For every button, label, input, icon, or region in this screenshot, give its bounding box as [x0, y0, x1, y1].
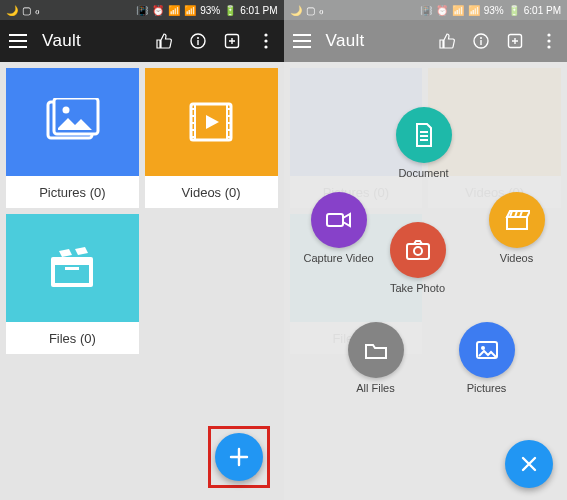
menu-all-files[interactable]: All Files: [348, 322, 404, 394]
svg-point-5: [264, 39, 267, 42]
fab-add[interactable]: [215, 433, 263, 481]
tile-videos-label: Videos (0): [145, 176, 278, 208]
info-icon: [471, 31, 491, 51]
battery-icon: 🔋: [508, 5, 520, 16]
tile-pictures-label: Pictures (0): [6, 176, 139, 208]
menu-take-photo[interactable]: Take Photo: [390, 222, 446, 294]
battery-text: 93%: [200, 5, 220, 16]
screen-vault-add-menu: 🌙 ▢ ℴ 📳 ⏰ 📶 📶 93% 🔋 6:01 PM Vault Pictur…: [284, 0, 568, 500]
svg-rect-2: [197, 40, 198, 45]
screen-vault-home: 🌙 ▢ ℴ 📳 ⏰ 📶 📶 93% 🔋 6:01 PM Vault: [0, 0, 284, 500]
battery-icon: 🔋: [224, 5, 236, 16]
menu-videos[interactable]: Videos: [489, 192, 545, 264]
svg-point-17: [480, 37, 482, 39]
menu-document-label: Document: [398, 167, 448, 179]
svg-point-26: [414, 247, 422, 255]
image-icon: [459, 322, 515, 378]
alarm-icon: ⏰: [436, 5, 448, 16]
add-box-icon[interactable]: [222, 31, 242, 51]
flame-icon: ℴ: [35, 5, 40, 16]
square-icon: ▢: [22, 5, 31, 16]
fab-wrap: [505, 440, 553, 488]
svg-rect-15: [65, 267, 79, 270]
app-title: Vault: [326, 31, 424, 51]
svg-point-4: [264, 33, 267, 36]
camera-icon: [390, 222, 446, 278]
time-text: 6:01 PM: [524, 5, 561, 16]
moon-icon: 🌙: [6, 5, 18, 16]
menu-take-photo-label: Take Photo: [390, 282, 445, 294]
svg-point-22: [547, 45, 550, 48]
menu-all-files-label: All Files: [356, 382, 395, 394]
fab-close[interactable]: [505, 440, 553, 488]
menu-pictures[interactable]: Pictures: [459, 322, 515, 394]
signal-icon: 📶: [468, 5, 480, 16]
vibrate-icon: 📳: [136, 5, 148, 16]
svg-point-21: [547, 39, 550, 42]
files-icon: [6, 214, 139, 322]
wifi-icon: 📶: [168, 5, 180, 16]
tile-files-label: Files (0): [6, 322, 139, 354]
svg-point-9: [63, 107, 70, 114]
svg-rect-13: [51, 257, 93, 265]
wifi-icon: 📶: [452, 5, 464, 16]
menu-videos-label: Videos: [500, 252, 533, 264]
folder-icon: [348, 322, 404, 378]
content-grid-area: Pictures (0) Videos (0) Files (0) Docume…: [284, 62, 568, 500]
app-bar: Vault: [284, 20, 568, 62]
svg-point-1: [197, 37, 199, 39]
status-bar: 🌙 ▢ ℴ 📳 ⏰ 📶 📶 93% 🔋 6:01 PM: [0, 0, 284, 20]
svg-rect-23: [327, 214, 343, 226]
square-icon: ▢: [306, 5, 315, 16]
vibrate-icon: 📳: [420, 5, 432, 16]
thumbs-up-icon[interactable]: [154, 31, 174, 51]
svg-rect-24: [507, 217, 527, 229]
svg-point-6: [264, 45, 267, 48]
menu-icon: [292, 31, 312, 51]
app-title: Vault: [42, 31, 140, 51]
menu-document[interactable]: Document: [396, 107, 452, 179]
document-icon: [396, 107, 452, 163]
pictures-icon: [6, 68, 139, 176]
svg-point-28: [481, 346, 485, 350]
battery-text: 93%: [484, 5, 504, 16]
menu-icon[interactable]: [8, 31, 28, 51]
camcorder-icon: [311, 192, 367, 248]
status-bar: 🌙 ▢ ℴ 📳 ⏰ 📶 📶 93% 🔋 6:01 PM: [284, 0, 568, 20]
tile-files[interactable]: Files (0): [6, 214, 139, 354]
videos-icon: [145, 68, 278, 176]
flame-icon: ℴ: [319, 5, 324, 16]
overflow-icon[interactable]: [256, 31, 276, 51]
menu-capture-video[interactable]: Capture Video: [304, 192, 374, 264]
alarm-icon: ⏰: [152, 5, 164, 16]
menu-pictures-label: Pictures: [467, 382, 507, 394]
clapperboard-icon: [489, 192, 545, 248]
fab-highlight-box: [208, 426, 270, 488]
tile-videos[interactable]: Videos (0): [145, 68, 278, 208]
content-grid-area: Pictures (0) Videos (0) Files (0): [0, 62, 284, 500]
moon-icon: 🌙: [290, 5, 302, 16]
time-text: 6:01 PM: [240, 5, 277, 16]
signal-icon: 📶: [184, 5, 196, 16]
info-icon[interactable]: [188, 31, 208, 51]
svg-rect-18: [480, 40, 481, 45]
app-bar: Vault: [0, 20, 284, 62]
svg-point-20: [547, 33, 550, 36]
overflow-icon: [539, 31, 559, 51]
tile-pictures[interactable]: Pictures (0): [6, 68, 139, 208]
thumbs-up-icon: [437, 31, 457, 51]
add-box-icon: [505, 31, 525, 51]
menu-capture-video-label: Capture Video: [304, 252, 374, 264]
